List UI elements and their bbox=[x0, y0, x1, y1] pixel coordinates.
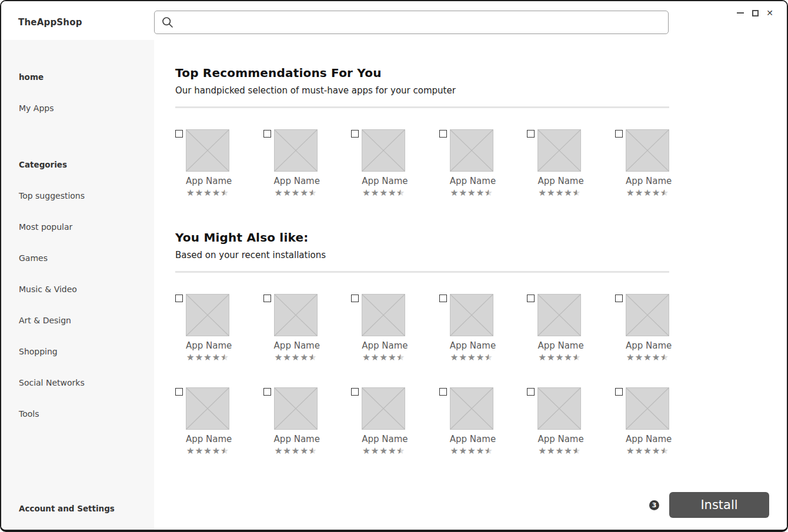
app-select-checkbox[interactable] bbox=[351, 295, 359, 302]
app-thumbnail-placeholder[interactable] bbox=[537, 129, 581, 172]
app-thumbnail-placeholder[interactable] bbox=[274, 294, 318, 336]
sidebar-item-games[interactable]: Games bbox=[19, 242, 154, 273]
app-thumbnail-placeholder[interactable] bbox=[362, 294, 405, 336]
star-icon: ★★ bbox=[274, 188, 283, 198]
star-icon: ★★ bbox=[652, 352, 660, 363]
close-button[interactable]: ✕ bbox=[766, 8, 774, 18]
sidebar-item-top-suggestions[interactable]: Top suggestions bbox=[19, 180, 154, 211]
star-icon: ★★ bbox=[370, 446, 379, 456]
star-icon: ★★ bbox=[572, 446, 581, 456]
app-select-checkbox[interactable] bbox=[615, 295, 623, 302]
star-icon: ★★ bbox=[274, 446, 283, 456]
app-select-checkbox[interactable] bbox=[527, 130, 535, 138]
star-icon: ★★ bbox=[362, 352, 371, 363]
app-name: App Name bbox=[274, 433, 318, 445]
app-select-checkbox[interactable] bbox=[527, 388, 535, 396]
app-thumbnail-placeholder[interactable] bbox=[186, 294, 229, 336]
star-icon: ★★ bbox=[652, 446, 660, 456]
app-thumbnail-placeholder[interactable] bbox=[537, 294, 581, 336]
card-rows: App Name★★★★★★★★★★App Name★★★★★★★★★★App … bbox=[175, 294, 669, 458]
app-thumbnail-placeholder[interactable] bbox=[626, 387, 669, 430]
app-rating-stars: ★★★★★★★★★★ bbox=[274, 352, 318, 363]
placeholder-x-icon bbox=[450, 294, 493, 336]
star-icon: ★★ bbox=[195, 352, 203, 363]
sidebar-item-account-settings[interactable]: Account and Settings bbox=[19, 504, 115, 513]
app-select-checkbox[interactable] bbox=[263, 130, 271, 138]
app-thumbnail-placeholder[interactable] bbox=[450, 129, 493, 172]
app-thumbnail-placeholder[interactable] bbox=[626, 294, 669, 336]
search-box[interactable] bbox=[154, 11, 669, 34]
app-select-checkbox[interactable] bbox=[263, 388, 271, 396]
sidebar-item-music-video[interactable]: Music & Video bbox=[19, 273, 154, 305]
star-icon: ★★ bbox=[300, 446, 309, 456]
app-rating-stars: ★★★★★★★★★★ bbox=[186, 188, 229, 198]
app-select-checkbox[interactable] bbox=[351, 130, 359, 138]
app-thumbnail-placeholder[interactable] bbox=[362, 129, 405, 172]
maximize-icon bbox=[752, 10, 759, 16]
sidebar-item-shopping[interactable]: Shopping bbox=[19, 336, 154, 367]
sidebar-item-art-design[interactable]: Art & Design bbox=[19, 305, 154, 336]
app-rating-stars: ★★★★★★★★★★ bbox=[450, 188, 493, 198]
placeholder-x-icon bbox=[450, 129, 493, 172]
install-button[interactable]: Install bbox=[669, 492, 769, 518]
star-icon: ★★ bbox=[308, 446, 317, 456]
app-card: App Name★★★★★★★★★★ bbox=[351, 129, 405, 200]
app-select-checkbox[interactable] bbox=[263, 295, 271, 302]
maximize-button[interactable] bbox=[751, 8, 759, 18]
star-icon: ★★ bbox=[396, 446, 405, 456]
app-rating-stars: ★★★★★★★★★★ bbox=[537, 446, 581, 456]
star-icon: ★★ bbox=[555, 352, 564, 363]
search-input[interactable] bbox=[178, 12, 662, 32]
app-select-checkbox[interactable] bbox=[175, 388, 183, 396]
minimize-button[interactable] bbox=[736, 8, 744, 18]
app-name: App Name bbox=[186, 340, 229, 352]
app-select-checkbox[interactable] bbox=[175, 130, 183, 138]
placeholder-x-icon bbox=[626, 387, 669, 430]
search-icon bbox=[162, 16, 173, 28]
sidebar-item-social-networks[interactable]: Social Networks bbox=[19, 367, 154, 398]
app-select-checkbox[interactable] bbox=[439, 130, 447, 138]
app-thumbnail-placeholder[interactable] bbox=[450, 294, 493, 336]
star-icon: ★★ bbox=[221, 188, 229, 198]
app-thumbnail-placeholder[interactable] bbox=[450, 387, 493, 430]
app-card: App Name★★★★★★★★★★ bbox=[175, 294, 229, 364]
star-icon: ★★ bbox=[564, 352, 573, 363]
star-icon: ★★ bbox=[221, 446, 229, 456]
app-select-checkbox[interactable] bbox=[615, 388, 623, 396]
placeholder-x-icon bbox=[362, 294, 405, 336]
sidebar-item-most-popular[interactable]: Most popular bbox=[19, 211, 154, 242]
app-select-checkbox[interactable] bbox=[175, 295, 183, 302]
app-select-checkbox[interactable] bbox=[351, 388, 359, 396]
star-icon: ★★ bbox=[459, 188, 468, 198]
star-icon: ★★ bbox=[485, 352, 493, 363]
section-divider bbox=[175, 106, 669, 108]
app-window: TheAppShop ✕ home My Apps Categories Top… bbox=[0, 0, 788, 532]
placeholder-x-icon bbox=[537, 129, 581, 172]
app-thumbnail-placeholder[interactable] bbox=[362, 387, 405, 430]
app-thumbnail-placeholder[interactable] bbox=[186, 129, 229, 172]
main-content: Top Recommendations For You Our handpick… bbox=[154, 40, 787, 530]
app-thumbnail-placeholder[interactable] bbox=[626, 129, 669, 172]
star-icon: ★★ bbox=[291, 446, 300, 456]
sidebar-item-home[interactable]: home bbox=[19, 61, 154, 92]
sidebar-item-tools[interactable]: Tools bbox=[19, 398, 154, 429]
selected-count-badge: 3 bbox=[649, 500, 659, 510]
star-icon: ★★ bbox=[572, 352, 581, 363]
app-thumbnail-placeholder[interactable] bbox=[537, 387, 581, 430]
app-thumbnail-placeholder[interactable] bbox=[186, 387, 229, 430]
app-select-checkbox[interactable] bbox=[527, 295, 535, 302]
sidebar-item-my-apps[interactable]: My Apps bbox=[19, 92, 154, 123]
app-select-checkbox[interactable] bbox=[439, 295, 447, 302]
star-icon: ★★ bbox=[635, 446, 643, 456]
app-name: App Name bbox=[274, 340, 318, 352]
star-icon: ★★ bbox=[660, 446, 669, 456]
app-select-checkbox[interactable] bbox=[439, 388, 447, 396]
placeholder-x-icon bbox=[362, 387, 405, 430]
star-icon: ★★ bbox=[362, 188, 371, 198]
sidebar-spacer bbox=[19, 123, 154, 149]
app-thumbnail-placeholder[interactable] bbox=[274, 129, 318, 172]
app-thumbnail-placeholder[interactable] bbox=[274, 387, 318, 430]
app-rating-stars: ★★★★★★★★★★ bbox=[626, 352, 669, 363]
app-select-checkbox[interactable] bbox=[615, 130, 623, 138]
app-name: App Name bbox=[626, 175, 669, 187]
